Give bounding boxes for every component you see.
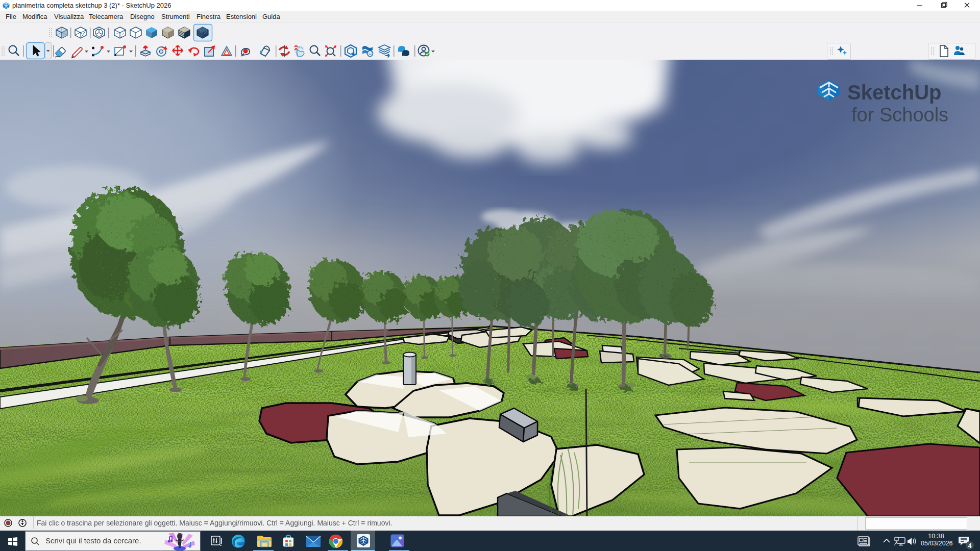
svg-text:4: 4 [968,542,972,549]
svg-text:for Schools: for Schools [851,104,948,126]
svg-text:SketchUp: SketchUp [847,81,942,104]
